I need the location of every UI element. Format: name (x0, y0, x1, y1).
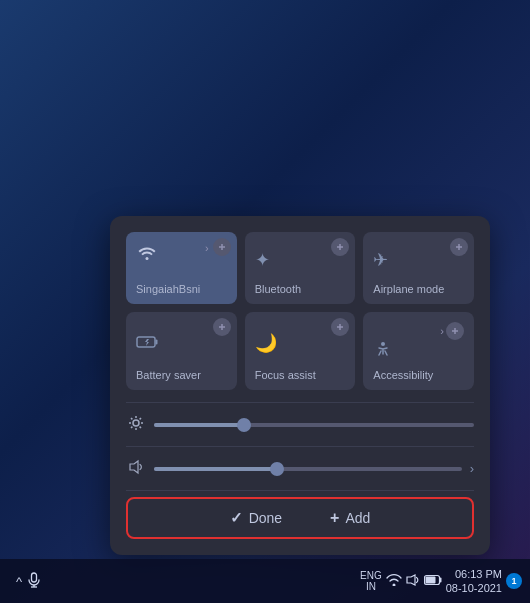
taskbar-left: ^ (16, 572, 40, 591)
eng-line1: ENG (360, 570, 382, 581)
airplane-label: Airplane mode (373, 283, 464, 296)
taskbar-wifi-icon[interactable] (386, 574, 402, 589)
taskbar-date-value: 08-10-2021 (446, 581, 502, 595)
volume-track[interactable] (154, 467, 462, 471)
airplane-icon: ✈ (373, 249, 464, 271)
taskbar-time-value: 06:13 PM (455, 567, 502, 581)
airplane-badge (450, 238, 468, 256)
tile-battery[interactable]: Battery saver (126, 312, 237, 390)
divider-1 (126, 402, 474, 403)
volume-fill (154, 467, 277, 471)
bottom-action-bar: ✓ Done + Add (126, 497, 474, 539)
plus-icon: + (330, 509, 339, 527)
tile-wifi[interactable]: › SingaiahBsni (126, 232, 237, 304)
brightness-slider-row (126, 409, 474, 440)
taskbar-datetime[interactable]: 06:13 PM 08-10-2021 (446, 567, 502, 596)
battery-badge (213, 318, 231, 336)
add-label: Add (345, 510, 370, 526)
tile-accessibility[interactable]: › Accessibility (363, 312, 474, 390)
eng-label[interactable]: ENG IN (360, 570, 382, 592)
tiles-grid: › SingaiahBsni ✦ Bluetooth (126, 232, 474, 390)
volume-thumb[interactable] (270, 462, 284, 476)
svg-rect-31 (439, 577, 441, 582)
taskbar: ^ ENG IN (0, 559, 530, 603)
svg-line-22 (140, 418, 141, 419)
check-icon: ✓ (230, 509, 243, 527)
volume-icon (126, 459, 146, 478)
brightness-thumb[interactable] (237, 418, 251, 432)
wifi-label: SingaiahBsni (136, 283, 227, 296)
svg-marker-28 (407, 575, 415, 585)
tile-focus[interactable]: 🌙 Focus assist (245, 312, 356, 390)
divider-2 (126, 446, 474, 447)
taskbar-volume-icon[interactable] (406, 573, 420, 590)
svg-point-14 (381, 342, 385, 346)
svg-rect-30 (425, 576, 435, 583)
svg-marker-24 (130, 461, 138, 473)
svg-rect-25 (32, 573, 37, 582)
quick-settings-panel: › SingaiahBsni ✦ Bluetooth (110, 216, 490, 555)
eng-line2: IN (366, 581, 376, 592)
accessibility-badge (446, 322, 464, 340)
done-label: Done (249, 510, 282, 526)
brightness-icon (126, 415, 146, 434)
divider-3 (126, 490, 474, 491)
bluetooth-badge (331, 238, 349, 256)
taskbar-chevron[interactable]: ^ (16, 574, 22, 589)
svg-line-23 (131, 427, 132, 428)
add-button[interactable]: + Add (322, 507, 378, 529)
battery-icon (136, 333, 227, 354)
bluetooth-icon: ✦ (255, 249, 346, 271)
accessibility-icon (373, 340, 464, 365)
done-button[interactable]: ✓ Done (222, 507, 290, 529)
bluetooth-label: Bluetooth (255, 283, 346, 296)
brightness-track[interactable] (154, 423, 474, 427)
accessibility-chevron: › (440, 325, 444, 337)
wifi-chevron: › (205, 242, 209, 254)
accessibility-label: Accessibility (373, 369, 464, 382)
svg-rect-9 (156, 339, 158, 344)
wifi-badge (213, 238, 231, 256)
wifi-icon (136, 242, 158, 265)
svg-line-20 (131, 418, 132, 419)
svg-line-21 (140, 427, 141, 428)
battery-label: Battery saver (136, 369, 227, 382)
volume-slider-row: › (126, 453, 474, 484)
tile-bluetooth[interactable]: ✦ Bluetooth (245, 232, 356, 304)
taskbar-mic-icon[interactable] (28, 572, 40, 591)
volume-chevron[interactable]: › (470, 461, 474, 476)
svg-point-15 (133, 420, 139, 426)
focus-badge (331, 318, 349, 336)
tile-airplane[interactable]: ✈ Airplane mode (363, 232, 474, 304)
focus-label: Focus assist (255, 369, 346, 382)
focus-icon: 🌙 (255, 332, 346, 354)
notification-badge[interactable]: 1 (506, 573, 522, 589)
taskbar-battery-icon[interactable] (424, 574, 442, 589)
brightness-fill (154, 423, 244, 427)
